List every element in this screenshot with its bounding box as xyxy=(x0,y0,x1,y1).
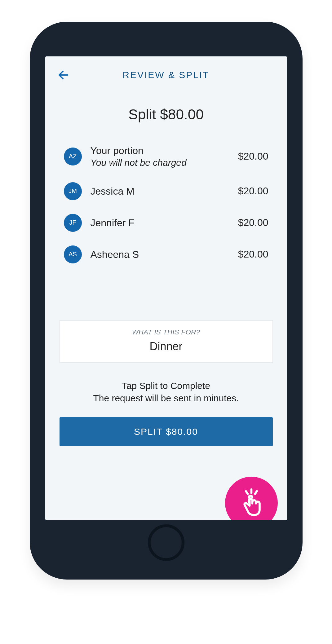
person-amount: $20.00 xyxy=(238,249,268,260)
page-title: REVIEW & SPLIT xyxy=(122,70,209,80)
list-item: AS Asheena S $20.00 xyxy=(64,245,268,263)
avatar: JF xyxy=(64,214,82,232)
person-name: Your portion xyxy=(91,144,238,157)
memo-card[interactable]: WHAT IS THIS FOR? Dinner xyxy=(60,320,273,363)
name-block: Your portion You will not be charged xyxy=(91,144,238,169)
svg-line-2 xyxy=(255,491,257,494)
split-button[interactable]: SPLIT $80.00 xyxy=(60,417,273,446)
tap-hint-badge xyxy=(225,477,278,520)
person-amount: $20.00 xyxy=(238,151,268,162)
app-screen: REVIEW & SPLIT Split $80.00 AZ Your port… xyxy=(45,56,287,520)
split-amount-heading: Split $80.00 xyxy=(45,106,287,123)
name-block: Asheena S xyxy=(91,248,238,261)
name-block: Jennifer F xyxy=(91,217,238,229)
home-button[interactable] xyxy=(148,524,184,561)
avatar: JM xyxy=(64,182,82,200)
person-name: Jennifer F xyxy=(91,217,238,229)
svg-line-1 xyxy=(246,491,248,494)
avatar: AS xyxy=(64,245,82,263)
list-item: AZ Your portion You will not be charged … xyxy=(64,144,268,169)
avatar: AZ xyxy=(64,148,82,165)
tap-hand-icon xyxy=(237,488,266,518)
hint-text: Tap Split to Complete The request will b… xyxy=(45,380,287,405)
phone-inner: REVIEW & SPLIT Split $80.00 AZ Your port… xyxy=(37,29,296,573)
person-amount: $20.00 xyxy=(238,185,268,197)
person-amount: $20.00 xyxy=(238,217,268,228)
hint-line-2: The request will be sent in minutes. xyxy=(45,392,287,405)
header-bar: REVIEW & SPLIT xyxy=(45,56,287,94)
phone-frame: REVIEW & SPLIT Split $80.00 AZ Your port… xyxy=(30,22,303,580)
people-list: AZ Your portion You will not be charged … xyxy=(45,144,287,277)
back-button[interactable] xyxy=(55,66,72,84)
memo-value: Dinner xyxy=(66,340,266,353)
person-name: Asheena S xyxy=(91,248,238,261)
list-item: JM Jessica M $20.00 xyxy=(64,182,268,200)
person-name: Jessica M xyxy=(91,185,238,197)
arrow-left-icon xyxy=(56,68,71,82)
person-note: You will not be charged xyxy=(91,157,238,169)
name-block: Jessica M xyxy=(91,185,238,197)
list-item: JF Jennifer F $20.00 xyxy=(64,214,268,232)
hint-line-1: Tap Split to Complete xyxy=(45,380,287,392)
memo-label: WHAT IS THIS FOR? xyxy=(66,328,266,336)
